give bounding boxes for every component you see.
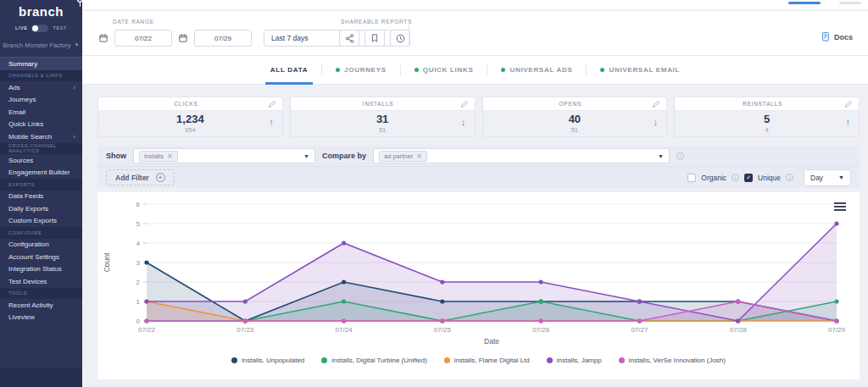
sidebar-item-sources[interactable]: Sources [0, 154, 82, 167]
chevron-down-icon: ▼ [838, 174, 844, 180]
plus-icon: + [156, 173, 165, 182]
header-bar: DATE RANGE 07/22 07/29 Last 7 days ▼ SHA… [82, 11, 868, 56]
calendar-icon[interactable] [177, 32, 189, 44]
svg-text:07/24: 07/24 [336, 326, 353, 334]
chart-menu-icon[interactable] [834, 202, 846, 213]
unique-checkbox[interactable]: ✓ [744, 174, 753, 182]
sidebar-item-integration-status[interactable]: Integration Status [0, 263, 82, 276]
organic-checkbox[interactable] [687, 174, 696, 182]
sidebar-item-ads[interactable]: Ads› [0, 81, 82, 94]
close-icon[interactable]: ✕ [416, 152, 422, 160]
legend-item-installs-jampp[interactable]: installs, Jampp [547, 357, 602, 364]
sidebar-item-mobile-search[interactable]: Mobile Search› [0, 130, 82, 143]
sidebar-item-custom-exports[interactable]: Custom Exports [0, 215, 82, 228]
sidebar-item-recent-activity[interactable]: Recent Activity [0, 299, 82, 312]
metric-card-header: REINSTALLS [675, 97, 859, 111]
date-from-input[interactable]: 07/22 [114, 30, 172, 47]
granularity-select[interactable]: Day ▼ [804, 169, 851, 186]
sidebar-item-label: Sources [8, 157, 75, 164]
test-label: TEST [53, 25, 66, 30]
environment-toggle-row: LIVE TEST [0, 21, 82, 35]
pencil-icon[interactable] [844, 97, 853, 112]
tab-all-data[interactable]: ALL DATA [257, 56, 321, 85]
green-dot-icon [415, 68, 419, 72]
show-select[interactable]: installs ✕ ▼ [133, 148, 315, 163]
branch-logo-text: branch [19, 4, 64, 19]
sidebar-section-configure: CONFIGURE [0, 227, 82, 239]
svg-text:07/25: 07/25 [434, 326, 452, 334]
sidebar-item-journeys[interactable]: Journeys [0, 94, 82, 107]
date-to-input[interactable]: 07/29 [194, 30, 252, 47]
svg-text:07/29: 07/29 [828, 326, 846, 334]
sidebar-item-email[interactable]: Email [0, 106, 82, 119]
filter-row-options: Add Filter + Organic i ✓ Unique i Day ▼ [97, 166, 860, 188]
pencil-icon[interactable] [268, 97, 276, 112]
sidebar-item-label: Integration Status [8, 265, 75, 273]
pencil-icon[interactable] [652, 97, 660, 112]
sidebar-item-data-feeds[interactable]: Data Feeds [0, 191, 82, 203]
sidebar-item-account-settings[interactable]: Account Settings [0, 251, 82, 263]
branch-logo[interactable]: branch [0, 0, 82, 19]
legend-label: installs, VerSe Innovation (Josh) [629, 357, 726, 364]
sidebar-item-label: Journeys [8, 96, 75, 103]
arrow-up-icon: ↑ [846, 117, 851, 127]
calendar-icon[interactable] [97, 32, 109, 44]
sidebar-section-tools: TOOLS [0, 288, 82, 300]
sidebar-item-configuration[interactable]: Configuration [0, 239, 82, 252]
legend-dot-icon [231, 357, 237, 363]
sidebar-item-quick-links[interactable]: Quick Links [0, 119, 82, 131]
docs-link[interactable]: Docs [821, 31, 853, 42]
organic-label: Organic [701, 174, 726, 182]
info-icon[interactable]: i [732, 174, 739, 181]
sidebar-item-liveview[interactable]: Liveview [0, 312, 82, 324]
sidebar-section-exports: EXPORTS [0, 179, 82, 191]
sidebar-item-label: Recent Activity [8, 301, 75, 309]
svg-text:07/22: 07/22 [138, 326, 156, 334]
compare-tag-pill: ad partner ✕ [379, 151, 427, 162]
legend-item-installs-unpopulated[interactable]: installs, Unpopulated [231, 357, 304, 364]
bookmark-button[interactable] [364, 30, 385, 47]
top-strip-gray-bar [839, 2, 861, 4]
share-button[interactable] [339, 30, 359, 47]
svg-text:07/27: 07/27 [631, 326, 648, 334]
sidebar-item-summary[interactable]: Summary [0, 58, 82, 70]
tab-label: ALL DATA [270, 66, 308, 74]
info-icon[interactable]: i [676, 152, 684, 160]
legend-dot-icon [547, 357, 553, 363]
pencil-icon[interactable] [460, 97, 469, 112]
tab-label: UNIVERSAL EMAIL [609, 66, 680, 74]
metric-card-header: INSTALLS [291, 97, 475, 111]
metric-card-clicks: CLICKS1,234954↑ [97, 97, 283, 137]
metric-value: 1,234 [176, 113, 204, 124]
sidebar-item-label: Data Feeds [8, 192, 75, 200]
tab-quick-links[interactable]: QUICK LINKS [401, 56, 487, 85]
metric-secondary-value: 954 [185, 126, 196, 134]
line-chart[interactable]: 012345607/2207/2307/2407/2507/2607/2707/… [97, 192, 852, 355]
legend-item-installs-flame-digital-ltd[interactable]: installs, Flame Digital Ltd [444, 357, 530, 364]
docs-icon [821, 31, 831, 42]
sidebar-item-daily-exports[interactable]: Daily Exports [0, 202, 82, 215]
filter-row-show: Show installs ✕ ▼ Compare by ad partner … [97, 146, 860, 166]
metric-label: CLICKS [104, 101, 268, 107]
branch-tree-icon [76, 0, 84, 11]
org-selector[interactable]: Branch Monster Factory ▼ [0, 37, 82, 53]
close-icon[interactable]: ✕ [167, 152, 173, 160]
shareable-reports-group [339, 30, 410, 47]
top-strip [82, 0, 868, 10]
arrow-down-icon: ↓ [461, 117, 466, 127]
add-filter-button[interactable]: Add Filter + [106, 169, 175, 185]
sidebar-item-engagement-builder[interactable]: Engagement Builder [0, 167, 82, 180]
tab-universal-email[interactable]: UNIVERSAL EMAIL [587, 56, 693, 85]
legend-item-installs-verse-innovation-josh[interactable]: installs, VerSe Innovation (Josh) [619, 357, 726, 364]
live-test-toggle[interactable] [31, 25, 48, 32]
legend-item-installs-digital-turbine-unified[interactable]: installs, Digital Turbine (Unified) [321, 357, 427, 364]
history-button[interactable] [390, 30, 410, 47]
tab-universal-ads[interactable]: UNIVERSAL ADS [487, 56, 586, 85]
legend-dot-icon [321, 357, 327, 363]
compare-by-select[interactable]: ad partner ✕ ▼ [373, 148, 670, 163]
info-icon[interactable]: i [786, 174, 793, 181]
chevron-right-icon: › [73, 133, 75, 141]
sidebar-item-test-devices[interactable]: Test Devices [0, 275, 82, 288]
chart-panel: 012345607/2207/2307/2407/2507/2607/2707/… [97, 192, 860, 379]
tab-journeys[interactable]: JOURNEYS [322, 56, 400, 85]
